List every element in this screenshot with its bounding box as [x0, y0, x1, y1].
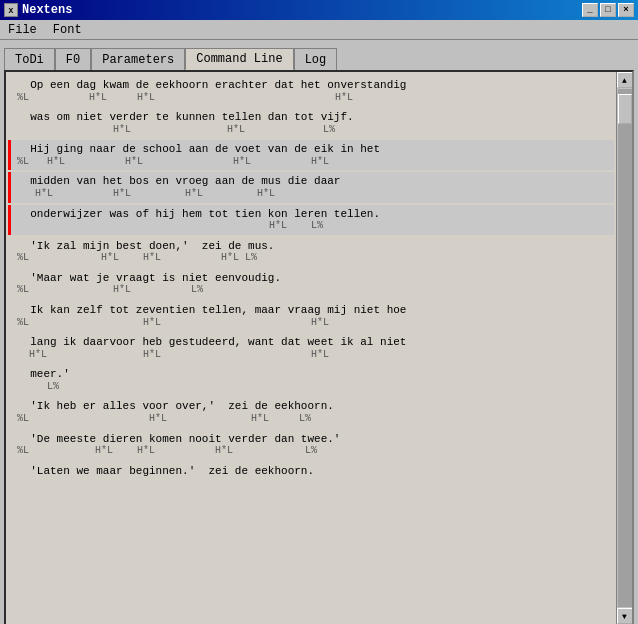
tab-command-line[interactable]: Command Line	[185, 48, 293, 70]
scrollbar[interactable]: ▲ ▼	[616, 72, 632, 624]
text-tag-line: %L H*L H*L H*L	[17, 92, 608, 104]
text-tag-line: %L H*L H*L	[17, 317, 608, 329]
text-block: lang ik daarvoor heb gestudeerd, want da…	[8, 333, 614, 363]
tab-todi[interactable]: ToDi	[4, 48, 55, 70]
text-main-line: midden van het bos en vroeg aan de mus d…	[17, 175, 608, 188]
text-main-line: 'Ik zal mijn best doen,' zei de mus.	[17, 240, 608, 253]
text-main-line: 'Laten we maar beginnen.' zei de eekhoor…	[17, 465, 608, 478]
minimize-button[interactable]: _	[582, 3, 598, 17]
text-tag-line: H*L H*L H*L H*L	[17, 188, 608, 200]
text-main-line: 'De meeste dieren komen nooit verder dan…	[17, 433, 608, 446]
tab-bar: ToDi F0 Parameters Command Line Log	[0, 40, 638, 70]
text-tag-line: H*L H*L L%	[17, 124, 608, 136]
menu-file[interactable]: File	[4, 22, 41, 38]
menu-font[interactable]: Font	[49, 22, 86, 38]
text-block: meer.' L%	[8, 365, 614, 395]
text-main-line: Ik kan zelf tot zeventien tellen, maar v…	[17, 304, 608, 317]
text-tag-line: H*L H*L H*L	[17, 349, 608, 361]
text-main-line: onderwijzer was of hij hem tot tien kon …	[17, 208, 608, 221]
text-block: 'De meeste dieren komen nooit verder dan…	[8, 430, 614, 460]
text-tag-line: %L H*L H*L L%	[17, 413, 608, 425]
title-bar-left: X Nextens	[4, 3, 72, 17]
text-main-line: lang ik daarvoor heb gestudeerd, want da…	[17, 336, 608, 349]
text-main-line: 'Maar wat je vraagt is niet eenvoudig.	[17, 272, 608, 285]
app-title: Nextens	[22, 3, 72, 17]
text-main-line: Op een dag kwam de eekhoorn erachter dat…	[17, 79, 608, 92]
text-block: 'Ik heb er alles voor over,' zei de eekh…	[8, 397, 614, 427]
text-block: 'Ik zal mijn best doen,' zei de mus.%L H…	[8, 237, 614, 267]
scroll-track[interactable]	[618, 89, 632, 607]
text-block: onderwijzer was of hij hem tot tien kon …	[8, 205, 614, 235]
scroll-down-button[interactable]: ▼	[617, 608, 633, 624]
scroll-thumb[interactable]	[618, 94, 632, 124]
text-main-line: meer.'	[17, 368, 608, 381]
text-block: Hij ging naar de school aan de voet van …	[8, 140, 614, 170]
text-main-line: Hij ging naar de school aan de voet van …	[17, 143, 608, 156]
maximize-button[interactable]: □	[600, 3, 616, 17]
text-block: Op een dag kwam de eekhoorn erachter dat…	[8, 76, 614, 106]
text-content: Op een dag kwam de eekhoorn erachter dat…	[6, 72, 616, 624]
text-block: 'Laten we maar beginnen.' zei de eekhoor…	[8, 462, 614, 481]
text-block: 'Maar wat je vraagt is niet eenvoudig.%L…	[8, 269, 614, 299]
text-main-line: was om niet verder te kunnen tellen dan …	[17, 111, 608, 124]
text-tag-line: H*L L%	[17, 220, 608, 232]
close-button[interactable]: ×	[618, 3, 634, 17]
title-bar: X Nextens _ □ ×	[0, 0, 638, 20]
text-tag-line: %L H*L H*L H*L L%	[17, 445, 608, 457]
text-tag-line: %L H*L H*L H*L L%	[17, 252, 608, 264]
text-tag-line: %L H*L L%	[17, 284, 608, 296]
app-icon: X	[4, 3, 18, 17]
menu-bar: File Font	[0, 20, 638, 40]
text-tag-line: L%	[17, 381, 608, 393]
title-bar-buttons: _ □ ×	[582, 3, 634, 17]
text-block: Ik kan zelf tot zeventien tellen, maar v…	[8, 301, 614, 331]
main-area: Op een dag kwam de eekhoorn erachter dat…	[4, 70, 634, 624]
text-block: was om niet verder te kunnen tellen dan …	[8, 108, 614, 138]
tab-parameters[interactable]: Parameters	[91, 48, 185, 70]
text-tag-line: %L H*L H*L H*L H*L	[17, 156, 608, 168]
scroll-up-button[interactable]: ▲	[617, 72, 633, 88]
text-main-line: 'Ik heb er alles voor over,' zei de eekh…	[17, 400, 608, 413]
tab-log[interactable]: Log	[294, 48, 338, 70]
tab-f0[interactable]: F0	[55, 48, 91, 70]
text-block: midden van het bos en vroeg aan de mus d…	[8, 172, 614, 202]
